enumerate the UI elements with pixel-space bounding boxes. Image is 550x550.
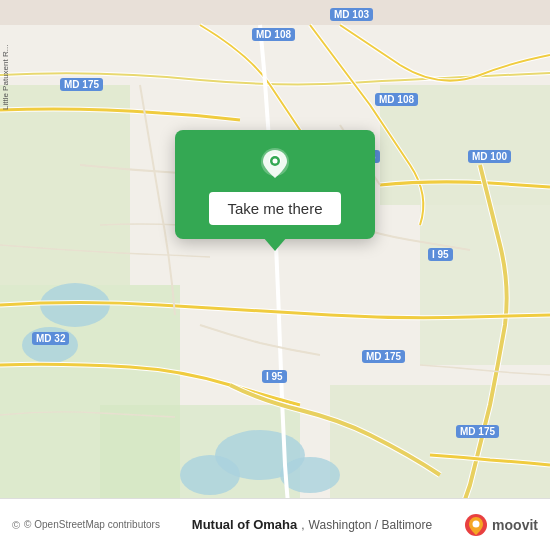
attribution-text: © OpenStreetMap contributors (24, 519, 160, 530)
svg-point-17 (273, 159, 278, 164)
svg-text:Little Patuxent R...: Little Patuxent R... (1, 45, 10, 110)
svg-point-11 (280, 457, 340, 493)
svg-point-19 (473, 520, 480, 527)
location-separator: , (301, 518, 304, 532)
take-me-there-button[interactable]: Take me there (209, 192, 340, 225)
location-name: Mutual of Omaha (192, 517, 297, 532)
moovit-logo: moovit (464, 513, 538, 537)
moovit-text: moovit (492, 517, 538, 533)
svg-rect-1 (0, 85, 130, 285)
attribution: © © OpenStreetMap contributors (12, 519, 160, 531)
popup-card: Take me there (175, 130, 375, 239)
bottom-bar: © © OpenStreetMap contributors Mutual of… (0, 498, 550, 550)
svg-point-8 (22, 327, 78, 363)
sub-location: Washington / Baltimore (309, 518, 433, 532)
location-pin-icon (257, 146, 293, 182)
svg-point-10 (180, 455, 240, 495)
map-svg: Little Patuxent R... (0, 0, 550, 550)
svg-rect-4 (420, 205, 550, 365)
map-container: Little Patuxent R... MD 103 MD 108 MD 10… (0, 0, 550, 550)
copyright-icon: © (12, 519, 20, 531)
moovit-icon (464, 513, 488, 537)
